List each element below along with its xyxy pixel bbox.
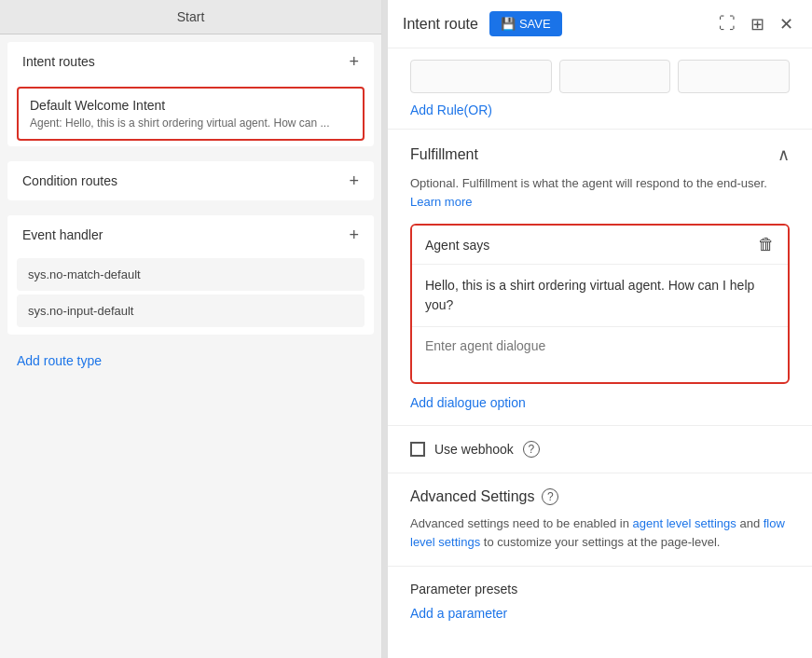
webhook-checkbox[interactable] [410,442,425,457]
agent-says-box: Agent says 🗑 Hello, this is a shirt orde… [410,224,790,384]
agent-level-link[interactable]: agent level settings [633,516,736,530]
condition-routes-header: Condition routes + [7,161,374,200]
intent-routes-header: Intent routes + [7,42,374,81]
save-label: SAVE [519,17,551,31]
route-name: Default Welcome Intent [30,98,351,113]
add-rule-link[interactable]: Add Rule(OR) [410,103,492,117]
add-route-type-link[interactable]: Add route type [0,342,381,379]
route-desc: Agent: Hello, this is a shirt ordering v… [30,117,351,130]
add-event-handler-button[interactable]: + [349,226,359,243]
agent-message: Hello, this is a shirt ordering virtual … [412,265,788,327]
save-icon: 💾 [501,17,516,31]
parameter-presets-section: Parameter presets Add a parameter [388,566,812,636]
advanced-settings-header: Advanced Settings ? [410,473,790,514]
add-condition-route-button[interactable]: + [349,172,359,189]
fulfillment-section: Fulfillment ∧ Optional. Fulfillment is w… [388,130,812,425]
webhook-help-icon[interactable]: ? [523,441,540,458]
event-item-no-input[interactable]: sys.no-input-default [17,295,365,327]
parameter-presets-title: Parameter presets [410,582,790,596]
fulfillment-header: Fulfillment ∧ [410,144,790,165]
event-item-no-match[interactable]: sys.no-match-default [17,258,365,291]
add-intent-route-button[interactable]: + [349,53,359,70]
close-icon[interactable]: ✕ [776,12,797,36]
grid-icon[interactable]: ⊞ [747,12,768,36]
save-button[interactable]: 💾 SAVE [489,11,562,36]
intent-route-item[interactable]: Default Welcome Intent Agent: Hello, thi… [17,87,365,141]
agent-says-header: Agent says 🗑 [412,226,788,265]
webhook-section: Use webhook ? [388,425,812,473]
learn-more-link[interactable]: Learn more [410,195,472,209]
advanced-settings-help-icon[interactable]: ? [542,488,558,505]
event-handler-label: Event handler [22,227,103,242]
expand-icon[interactable]: ⛶ [715,12,739,35]
add-dialogue-option-link[interactable]: Add dialogue option [410,384,526,410]
delete-agent-says-button[interactable]: 🗑 [758,235,775,254]
right-panel-header: Intent route 💾 SAVE ⛶ ⊞ ✕ [388,0,812,48]
intent-routes-section: Intent routes + Default Welcome Intent A… [7,42,374,146]
fulfillment-collapse-button[interactable]: ∧ [778,144,790,165]
advanced-desc: Advanced settings need to be enabled in … [410,514,790,551]
advanced-settings-section: Advanced Settings ? Advanced settings ne… [388,473,812,566]
panel-title: Intent route [403,16,478,33]
condition-routes-section: Condition routes + [7,161,374,200]
event-handler-section: Event handler + sys.no-match-default sys… [7,215,374,335]
intent-routes-label: Intent routes [22,54,95,69]
condition-routes-label: Condition routes [22,173,117,188]
add-parameter-link[interactable]: Add a parameter [410,606,507,621]
webhook-label: Use webhook [434,442,514,457]
event-handler-header: Event handler + [7,215,374,254]
right-panel: Intent route 💾 SAVE ⛶ ⊞ ✕ Add Rule(OR) F… [388,0,812,658]
advanced-settings-title: Advanced Settings [410,488,534,505]
fulfillment-title: Fulfillment [410,146,478,163]
fulfillment-desc: Optional. Fulfillment is what the agent … [410,176,790,190]
header-icons: ⛶ ⊞ ✕ [715,12,797,36]
add-rule-section: Add Rule(OR) [388,48,812,130]
agent-dialogue-input[interactable] [412,327,788,379]
start-header: Start [0,0,381,34]
left-panel: Start Intent routes + Default Welcome In… [0,0,382,658]
agent-says-title: Agent says [425,238,489,253]
